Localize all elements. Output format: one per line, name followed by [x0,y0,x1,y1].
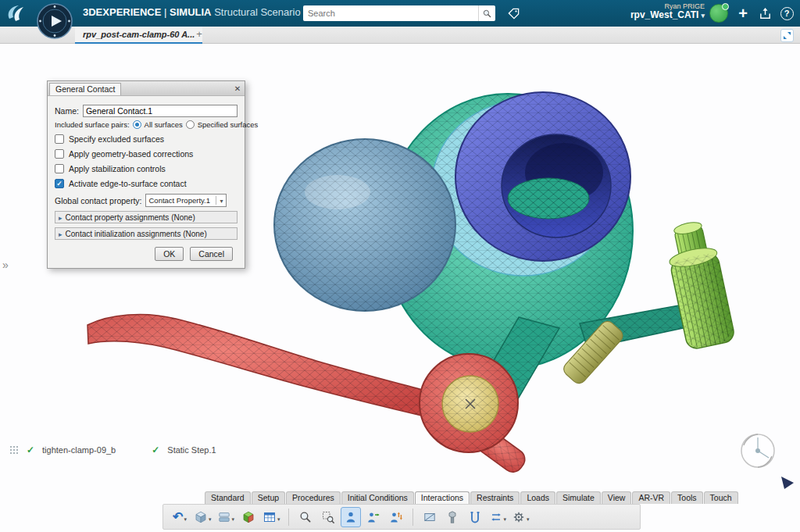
person-sync-icon [389,510,403,524]
tab-interactions[interactable]: Interactions [415,491,470,504]
new-tab-button[interactable]: + [192,28,206,40]
ribbon-tab-bar: Standard Setup Procedures Initial Condit… [205,491,739,504]
dialog-title-bar[interactable]: General Contact [48,81,245,96]
document-tab[interactable]: rpv_post-cam-clamp-60 A... [75,27,202,44]
nav-arrow-icon[interactable] [781,477,794,489]
mesh-status-icon [9,445,19,455]
tab-view[interactable]: View [602,491,632,504]
search-bar[interactable] [303,5,495,21]
check-icon: ✓ [152,445,159,455]
edge-to-surface-label: Activate edge-to-surface contact [69,179,187,188]
toolbar-separator [288,509,289,526]
close-icon[interactable] [230,84,245,93]
property-assignments-section[interactable]: Contact property assignments (None) [55,211,238,223]
pairs-label: Included surface pairs: [55,120,130,129]
cube-icon [194,510,208,524]
chevron-down-icon[interactable] [231,510,235,524]
mesh-display-button[interactable] [192,507,213,527]
tab-loads[interactable]: Loads [520,491,555,504]
section-display-button[interactable] [216,507,237,527]
clip-icon [468,510,482,524]
chevron-down-icon [698,9,705,20]
excluded-surfaces-label: Specify excluded surfaces [69,134,164,144]
bolt-icon [445,510,459,524]
all-surfaces-radio[interactable] [133,120,141,129]
cancel-button[interactable]: Cancel [190,247,233,261]
edge-to-surface-checkbox[interactable] [55,179,64,188]
render-style-button[interactable] [238,507,259,527]
chevron-down-icon[interactable] [208,510,212,524]
user-info[interactable]: Ryan PRIGE rpv_West_CATI [630,2,705,21]
view-compass[interactable] [741,434,774,467]
chevron-down-icon[interactable] [526,510,530,524]
avatar[interactable] [709,4,728,23]
initialization-assignments-label: Contact initialization assignments (None… [66,230,207,238]
app-title: 3DEXPERIENCE | SIMULIA Structural Scenar… [83,6,334,18]
document-tab-bar: rpv_post-cam-clamp-60 A... + [0,27,800,44]
section-cut-button[interactable] [420,507,440,527]
tab-simulate[interactable]: Simulate [556,491,601,504]
geometry-corrections-checkbox[interactable] [55,149,64,159]
tab-restraints[interactable]: Restraints [470,491,520,504]
cam-disc-part[interactable] [442,376,498,432]
contact-property-select[interactable]: Contact Property.1 [145,194,227,207]
search-input[interactable] [303,9,478,18]
name-field[interactable] [83,105,238,117]
step-status-label[interactable]: Static Step.1 [167,445,216,455]
colored-cube-icon [241,510,255,524]
chevron-down-icon[interactable] [183,510,187,524]
chevron-down-icon[interactable] [277,510,280,524]
magnifier-icon [298,510,312,524]
specified-surfaces-radio[interactable] [186,120,195,129]
swap-model-button[interactable] [488,507,509,527]
search-icon[interactable] [478,5,495,21]
contact-detection-button[interactable] [363,507,384,527]
compass-logo[interactable] [36,2,73,40]
tab-tools[interactable]: Tools [671,491,703,504]
app-name: SIMULIA [170,6,211,18]
geometry-corrections-label: Apply geometry-based corrections [69,149,193,159]
table-icon [262,510,277,524]
section-icon [423,510,437,524]
ok-button[interactable]: OK [155,247,184,261]
undo-button[interactable] [170,507,190,527]
stabilization-controls-checkbox[interactable] [55,164,64,173]
initialization-assignments-section[interactable]: Contact initialization assignments (None… [55,227,238,240]
status-row: ✓ tighten-clamp-09_b ✓ Static Step.1 [9,445,216,455]
layers-icon [217,510,231,524]
chevron-down-icon [216,196,226,205]
app-header: 3DEXPERIENCE | SIMULIA Structural Scenar… [0,0,800,27]
excluded-surfaces-checkbox[interactable] [55,134,64,144]
chevron-down-icon[interactable] [503,510,507,524]
fit-view-button[interactable] [318,507,338,527]
tab-touch[interactable]: Touch [704,491,738,504]
tab-setup[interactable]: Setup [252,491,285,504]
tab-initial-conditions[interactable]: Initial Conditions [341,491,414,504]
gear-icon [512,510,526,524]
tab-procedures[interactable]: Procedures [286,491,341,504]
model-status-label[interactable]: tighten-clamp-09_b [42,445,116,455]
add-content-button[interactable]: + [734,5,752,22]
share-button[interactable] [756,5,773,22]
bolt-connection-button[interactable] [442,507,462,527]
tab-ar-vr[interactable]: AR-VR [632,491,670,504]
settings-button[interactable] [510,507,531,527]
help-button[interactable]: ? [778,5,795,22]
expand-arrow-icon [59,230,62,238]
select-pan-button[interactable] [341,507,361,527]
fastener-button[interactable] [465,507,485,527]
expand-arrow-icon [59,213,62,222]
stabilization-controls-label: Apply stabilization controls [69,164,166,173]
outer-sleeve-part[interactable] [274,139,455,311]
tab-standard[interactable]: Standard [205,491,251,504]
specified-surfaces-label: Specified surfaces [198,120,259,129]
general-contact-dialog: General Contact Name: Included surface p… [47,80,245,269]
maximize-view-button[interactable] [780,29,794,42]
user-account[interactable]: rpv_West_CATI [630,10,705,21]
panel-expand-icon[interactable]: » [2,259,9,271]
plot-table-button[interactable] [261,507,282,527]
all-surfaces-label: All surfaces [145,120,183,129]
contact-pair-button[interactable] [386,507,406,527]
tag-icon[interactable] [505,5,522,21]
zoom-area-button[interactable] [295,507,316,527]
